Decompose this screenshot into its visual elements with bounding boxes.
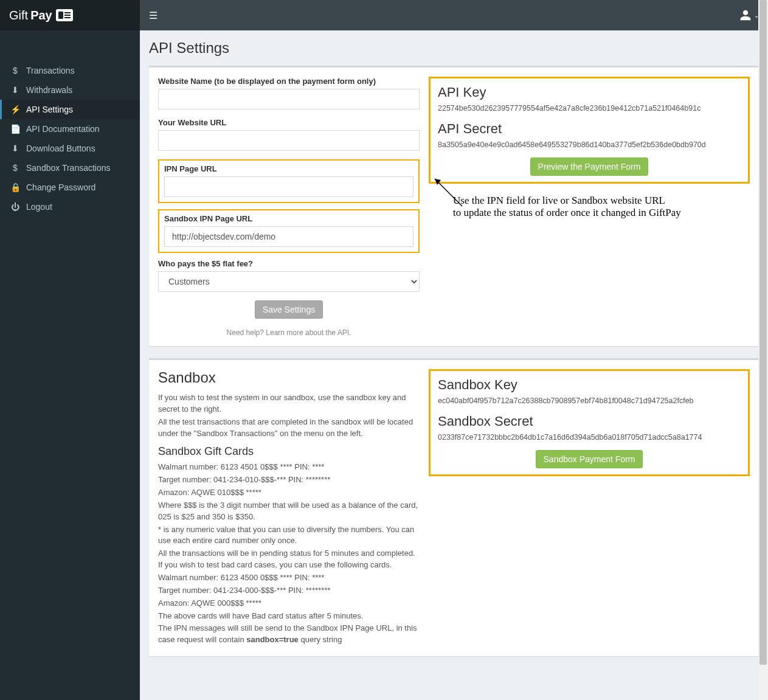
arrow-icon	[429, 173, 465, 215]
sidebar-item-download-buttons[interactable]: ⬇ Download Buttons	[0, 139, 140, 158]
sandbox-pending-note: All the transactions will be in pending …	[158, 548, 420, 571]
user-icon	[739, 9, 752, 21]
sidebar-menu: $ Transactions ⬇ Withdrawals ⚡ API Setti…	[0, 61, 140, 217]
sandbox-credentials-box: Sandbox Key ec040abf04f957b712a7c26388cb…	[429, 369, 750, 476]
sandbox-secret-value: 0233f87ce71732bbbc2b64db1c7a16d6d394a5db…	[438, 433, 741, 442]
brand-logo[interactable]: GiftPay	[0, 0, 140, 30]
sandbox-cards-heading: Sandbox Gift Cards	[158, 445, 420, 458]
website-name-input[interactable]	[158, 89, 420, 109]
sandbox-ipn-highlight: Sandbox IPN Page URL	[158, 209, 420, 253]
svg-line-0	[435, 179, 462, 206]
sidebar-item-label: API Documentation	[26, 124, 100, 134]
fee-select[interactable]: Customers	[158, 271, 420, 292]
sidebar-item-withdrawals[interactable]: ⬇ Withdrawals	[0, 80, 140, 100]
document-icon: 📄	[9, 124, 21, 134]
api-secret-value: 8a3505a9e40e4e9c0ad6458e649553279b86d140…	[438, 140, 741, 149]
sandbox-key-heading: Sandbox Key	[438, 377, 741, 393]
sandbox-intro-2: All the test transactions that are compl…	[158, 417, 420, 440]
sandbox-heading: Sandbox	[158, 369, 420, 386]
website-url-input[interactable]	[158, 130, 420, 151]
sandbox-payment-form-button[interactable]: Sandbox Payment Form	[536, 450, 643, 468]
sidebar-item-label: Download Buttons	[26, 144, 95, 153]
ipn-label: IPN Page URL	[164, 164, 413, 173]
ipn-highlight: IPN Page URL	[158, 159, 420, 203]
lock-icon: 🔒	[9, 182, 21, 192]
sandbox-asterisk-note: * is any numeric value that you can use …	[158, 524, 420, 547]
download-icon: ⬇	[9, 85, 21, 95]
sidebar-item-transactions[interactable]: $ Transactions	[0, 61, 140, 80]
api-key-value: 22574be530d2623957779554af5e42a7a8cfe236…	[438, 104, 741, 113]
sandbox-card-target-bad: Target number: 041-234-000-$$$-*** PIN: …	[158, 585, 420, 597]
sandbox-card-walmart-bad: Walmart number: 6123 4500 0$$$ **** PIN:…	[158, 572, 420, 584]
preview-payment-form-button[interactable]: Preview the Payment Form	[530, 158, 649, 176]
sandbox-card-amazon-bad: Amazon: AQWE 000$$$ *****	[158, 598, 420, 609]
sandbox-key-value: ec040abf04f957b712a7c26388cb7908957ebf74…	[438, 397, 741, 405]
sandbox-badcard-note: The above cards will have Bad card statu…	[158, 611, 420, 622]
dollar-icon: $	[9, 163, 21, 173]
sandbox-balance-note: Where $$$ is the 3 digit number that wil…	[158, 500, 420, 523]
sidebar-item-api-settings[interactable]: ⚡ API Settings	[0, 100, 140, 119]
ipn-annotation: Use the IPN field for live or Sandbox we…	[429, 191, 750, 219]
sidebar-item-label: Sandbox Transactions	[26, 163, 111, 173]
sidebar-item-label: API Settings	[26, 105, 73, 114]
save-settings-button[interactable]: Save Settings	[255, 300, 323, 319]
giftcard-icon	[56, 9, 73, 21]
sidebar-item-api-documentation[interactable]: 📄 API Documentation	[0, 119, 140, 139]
sandbox-card-target-good: Target number: 041-234-010-$$$-*** PIN: …	[158, 474, 420, 486]
brand-part2: Pay	[30, 9, 52, 23]
download-icon: ⬇	[9, 144, 21, 153]
website-url-label: Your Website URL	[158, 118, 420, 127]
brand-part1: Gift	[9, 9, 28, 23]
sandbox-ipn-input[interactable]	[164, 226, 413, 247]
fee-label: Who pays the $5 flat fee?	[158, 259, 420, 268]
api-key-heading: API Key	[438, 85, 741, 100]
sidebar-item-label: Withdrawals	[26, 85, 72, 95]
sidebar: GiftPay $ Transactions ⬇ Withdrawals ⚡ A…	[0, 0, 140, 700]
sidebar-item-label: Logout	[26, 202, 52, 212]
sidebar-toggle-button[interactable]: ☰	[149, 10, 157, 21]
bolt-icon: ⚡	[9, 105, 21, 114]
api-credentials-box: API Key 22574be530d2623957779554af5e42a7…	[429, 77, 750, 184]
sidebar-item-sandbox-transactions[interactable]: $ Sandbox Transactions	[0, 158, 140, 178]
sandbox-ipn-note: The IPN messages will still be send to t…	[158, 623, 420, 646]
sandbox-ipn-label: Sandbox IPN Page URL	[164, 214, 413, 223]
power-icon: ⏻	[9, 202, 21, 212]
topbar: ☰ ⌄	[140, 0, 768, 30]
scrollbar-thumb[interactable]	[759, 0, 767, 665]
sandbox-card-amazon-good: Amazon: AQWE 010$$$ *****	[158, 487, 420, 499]
page-title: API Settings	[149, 40, 759, 57]
ipn-input[interactable]	[164, 176, 413, 197]
sandbox-card-walmart-good: Walmart number: 6123 4501 0$$$ **** PIN:…	[158, 462, 420, 473]
sidebar-item-label: Transactions	[26, 66, 75, 75]
help-text: Need help? Learn more about the API.	[158, 328, 420, 337]
sandbox-secret-heading: Sandbox Secret	[438, 414, 741, 429]
api-settings-panel: Website Name (to be displayed on the pay…	[149, 66, 759, 346]
sidebar-item-logout[interactable]: ⏻ Logout	[0, 197, 140, 217]
sidebar-item-label: Change Password	[26, 182, 95, 192]
vertical-scrollbar[interactable]	[758, 0, 768, 700]
dollar-icon: $	[9, 66, 21, 75]
user-menu[interactable]: ⌄	[739, 9, 759, 21]
sandbox-panel: Sandbox If you wish to test the system i…	[149, 358, 759, 656]
sidebar-item-change-password[interactable]: 🔒 Change Password	[0, 178, 140, 197]
website-name-label: Website Name (to be displayed on the pay…	[158, 77, 420, 86]
api-secret-heading: API Secret	[438, 121, 741, 137]
sandbox-intro-1: If you wish to test the system in our sa…	[158, 392, 420, 415]
api-help-link[interactable]: API.	[337, 328, 351, 337]
